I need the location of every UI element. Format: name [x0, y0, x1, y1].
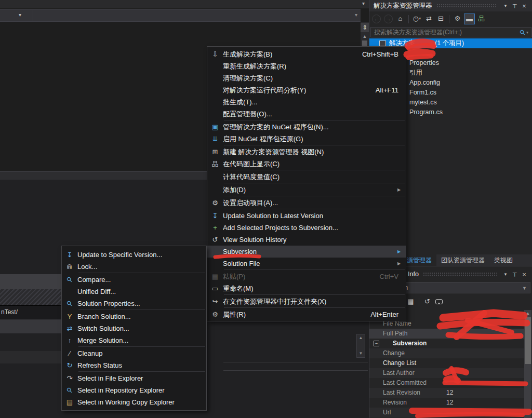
close-icon[interactable]: × — [520, 271, 529, 278]
refresh-icon[interactable]: ⇄ — [423, 14, 434, 24]
grid-row-last-author[interactable]: Last Author — [369, 368, 524, 378]
submenu-select-in-repository-explorer[interactable]: ⚲Select in Repository Explorer — [62, 384, 206, 396]
menu-set-startup-project[interactable]: ⚙设置启动项目(A)... — [207, 197, 406, 209]
vs-ide-screen: ▾ ▾ ▾ ⇕ ▲ nTest/ ▲ ▼ 解决方案资源管理器 ▾ ⊥ × ←→⌂… — [0, 0, 532, 418]
submenu-refresh-status[interactable]: ↻Refresh Status — [62, 359, 206, 371]
submenu-unified-diff[interactable]: Unified Diff... — [62, 286, 206, 298]
history-icon[interactable]: ↺ — [422, 296, 433, 307]
menu-separator — [62, 309, 206, 311]
menu-paste[interactable]: ▤粘贴(P)Ctrl+V — [207, 271, 406, 282]
submenu-update-specific-version[interactable]: ↧Update to Specific Version... — [62, 249, 206, 261]
search-box[interactable]: ⚲ ▾ — [370, 27, 531, 37]
home-icon[interactable]: ⌂ — [395, 14, 406, 24]
sync-with-active-document-icon[interactable]: 品 — [476, 14, 487, 24]
menu-item-label: Lock... — [77, 263, 206, 271]
grid-row-revision[interactable]: Revision12 — [369, 398, 524, 408]
collapse-all-icon[interactable]: ⊟ — [435, 14, 446, 24]
splitter-handle-icon[interactable]: ⇕ — [361, 23, 369, 32]
menu-item-label: 对解决方案运行代码分析(Y) — [223, 86, 376, 95]
submenu-branch-solution[interactable]: YBranch Solution... — [62, 311, 206, 322]
window-menu-icon[interactable]: ▾ — [501, 272, 510, 277]
menu-configuration-manager[interactable]: 配置管理器(O)... — [207, 108, 406, 120]
menu-item-label: Update Solution to Latest Version — [223, 212, 406, 220]
menu-item-label: Select in File Explorer — [77, 374, 206, 382]
comment-icon[interactable] — [435, 299, 443, 304]
menu-show-on-code-map[interactable]: 品在代码图上显示(C) — [207, 158, 406, 170]
tab-class-view[interactable]: 类视图 — [489, 254, 517, 266]
grid-label: Subversion — [382, 339, 427, 348]
scrollbar-thumb[interactable] — [525, 317, 531, 364]
menu-item-shortcut: Ctrl+V — [380, 273, 398, 280]
back-icon[interactable]: ← — [372, 15, 381, 23]
grid-row-full-path[interactable]: Full Path — [369, 329, 524, 339]
menu-enable-nuget-restore[interactable]: ⇊启用 NuGet 程序包还原(G) — [207, 133, 406, 145]
submenu-select-in-working-copy-explorer[interactable]: ▤Select in Working Copy Explorer — [62, 396, 206, 408]
search-icon[interactable]: ⚲ — [519, 29, 526, 36]
grid-row-url[interactable]: Url — [369, 408, 524, 417]
menu-view-solution-history[interactable]: ↺View Solution History — [207, 234, 406, 246]
menu-item-label: 粘贴(P) — [223, 272, 380, 281]
menu-item-label: 生成解决方案(B) — [223, 50, 362, 59]
menu-add-projects-to-subversion[interactable]: +Add Selected Projects to Subversion... — [207, 222, 406, 234]
menu-separator — [207, 183, 406, 184]
menu-manage-nuget[interactable]: ▣管理解决方案的 NuGet 程序包(N)... — [207, 121, 406, 133]
menu-rebuild-solution[interactable]: 重新生成解决方案(R) — [207, 60, 406, 72]
menu-item-label: 配置管理器(O)... — [223, 110, 406, 119]
menu-add[interactable]: 添加(D)▶ — [207, 184, 406, 196]
menu-run-code-analysis[interactable]: 对解决方案运行代码分析(Y)Alt+F11 — [207, 84, 406, 96]
grid-category-subversion[interactable]: −Subversion — [369, 339, 524, 348]
submenu-select-in-file-explorer[interactable]: ↷Select in File Explorer — [62, 372, 206, 384]
menu-calculate-code-metrics[interactable]: 计算代码度量值(C) — [207, 171, 406, 183]
collapse-expander-icon[interactable]: − — [374, 341, 379, 346]
menu-item-label: 在代码图上显示(C) — [223, 159, 406, 169]
background-path-fragment: nTest/ — [0, 305, 61, 319]
scrollbar-up-icon[interactable]: ▲ — [524, 310, 531, 317]
menu-item-label: 在文件资源管理器中打开文件夹(X) — [223, 297, 406, 306]
pin-icon[interactable]: ⊥ — [510, 3, 520, 9]
menu-new-solution-explorer-view[interactable]: ⊞新建 解决方案资源管理器 视图(N) — [207, 146, 406, 158]
submenu-arrow-icon: ▶ — [397, 249, 406, 254]
subversion-info-toolbar: ▤↺ — [405, 295, 445, 308]
chevron-down-icon[interactable]: ▾ — [526, 30, 531, 35]
search-input[interactable] — [371, 29, 519, 36]
grid-row-last-committed[interactable]: Last Committed — [369, 378, 524, 388]
submenu-solution-properties[interactable]: ⚲Solution Properties... — [62, 298, 206, 309]
preview-selected-items-icon[interactable]: ▬ — [464, 14, 475, 24]
tab-team-explorer[interactable]: 团队资源管理器 — [436, 254, 489, 266]
menu-properties[interactable]: ⚙属性(R)Alt+Enter — [207, 308, 406, 320]
close-icon[interactable]: × — [520, 2, 529, 10]
background-row-fragment — [0, 351, 61, 363]
menu-solution-file[interactable]: Solution File▶ — [207, 258, 406, 269]
compare-icon: ⚲ — [62, 276, 77, 284]
grid-row-change-list[interactable]: Change List — [369, 358, 524, 368]
grid-row-change[interactable]: Change — [369, 348, 524, 358]
submenu-compare[interactable]: ⚲Compare... — [62, 274, 206, 286]
menu-clean-solution[interactable]: 清理解决方案(C) — [207, 72, 406, 84]
menu-batch-build[interactable]: 批生成(T)... — [207, 96, 406, 108]
scrollbar-up-icon[interactable]: ▲ — [361, 33, 369, 40]
menu-open-folder-in-explorer[interactable]: ↪在文件资源管理器中打开文件夹(X) — [207, 295, 406, 307]
pending-changes-filter-icon[interactable]: ◷▾ — [411, 14, 422, 24]
grid-label: Last Author — [369, 368, 446, 378]
menu-separator — [207, 307, 406, 308]
document-icon[interactable]: ▤ — [405, 296, 416, 307]
menu-update-solution-latest[interactable]: ↧Update Solution to Latest Version — [207, 210, 406, 222]
pin-icon[interactable]: ⊥ — [510, 271, 520, 278]
menu-build-solution[interactable]: ⇩生成解决方案(B)Ctrl+Shift+B — [207, 48, 406, 60]
subversion-submenu: ↧Update to Specific Version...⋒Lock...⚲C… — [61, 246, 207, 411]
submenu-lock[interactable]: ⋒Lock... — [62, 261, 206, 273]
grid-row-last-revision[interactable]: Last Revision12 — [369, 388, 524, 398]
submenu-cleanup[interactable]: ∕Cleanup — [62, 347, 206, 359]
menu-subversion[interactable]: Subversion▶ — [207, 246, 406, 258]
menu-rename[interactable]: ▭重命名(M) — [207, 282, 406, 294]
navbar-project-dropdown[interactable]: ▾ — [0, 10, 33, 21]
properties-icon[interactable]: ⚙ — [452, 14, 463, 24]
solution-explorer-header[interactable]: 解决方案资源管理器 ▾ ⊥ × — [369, 0, 532, 11]
submenu-switch-solution[interactable]: ⇄Switch Solution... — [62, 322, 206, 334]
grid-scrollbar[interactable]: ▲ — [524, 310, 531, 418]
window-menu-icon[interactable]: ▾ — [501, 3, 510, 8]
grid-value — [446, 368, 524, 378]
submenu-merge-solution[interactable]: ↑Merge Solution... — [62, 334, 206, 346]
submenu-arrow-icon: ▶ — [397, 261, 406, 266]
forward-icon[interactable]: → — [384, 15, 393, 23]
